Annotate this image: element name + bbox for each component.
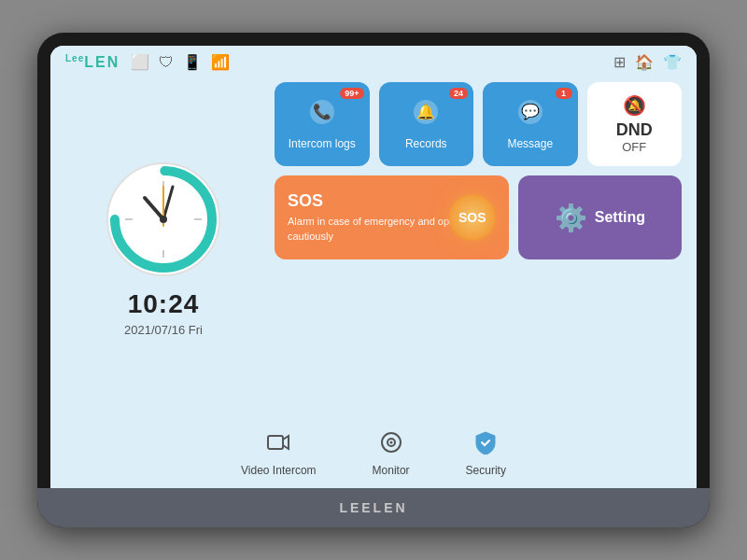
- sos-button[interactable]: SOS: [449, 194, 496, 241]
- clock-section: 10:24 2021/07/16 Fri: [65, 82, 261, 413]
- nav-monitor[interactable]: Monitor: [373, 430, 410, 477]
- dnd-label: DND: [616, 120, 653, 140]
- top-bar-left: LeeLEN ⬜ 🛡 📱 📶: [65, 53, 230, 71]
- svg-text:🔔: 🔔: [416, 103, 435, 120]
- tiles-row-2: SOS Alarm in case of emergency and opera…: [275, 175, 682, 259]
- shield-icon: 🛡: [159, 54, 174, 71]
- setting-gear-icon: ⚙️: [555, 203, 587, 233]
- message-tile[interactable]: 1 💬 Message: [483, 82, 578, 166]
- records-tile[interactable]: 24 🔔 Records: [379, 82, 474, 166]
- intercom-logs-badge: 99+: [340, 88, 363, 99]
- setting-label: Setting: [595, 209, 645, 226]
- video-intercom-label: Video Intercom: [241, 464, 317, 477]
- message-label: Message: [507, 137, 553, 150]
- main-content: 10:24 2021/07/16 Fri 99+ 📞: [50, 75, 697, 421]
- video-intercom-icon: [266, 430, 290, 460]
- svg-rect-17: [268, 436, 283, 449]
- phone-icon: 📱: [183, 53, 202, 71]
- top-icons-right: ⊞ 🏠 👕: [613, 53, 682, 71]
- svg-point-20: [389, 441, 392, 444]
- intercom-logs-icon: 📞: [309, 99, 335, 132]
- intercom-logs-tile[interactable]: 99+ 📞 Intercom logs: [275, 82, 370, 166]
- security-icon: [473, 430, 498, 460]
- clock-time: 10:24: [128, 289, 200, 319]
- tiles-section: 99+ 📞 Intercom logs 24: [275, 82, 682, 413]
- sos-tile[interactable]: SOS Alarm in case of emergency and opera…: [275, 175, 509, 259]
- svg-point-10: [160, 216, 167, 223]
- dnd-icon: 🔕: [623, 94, 646, 117]
- clock-face: [103, 159, 224, 280]
- speaker-bar: LEELEN: [37, 488, 710, 527]
- message-badge: 1: [556, 88, 572, 99]
- dnd-tile[interactable]: 🔕 DND OFF: [587, 82, 683, 166]
- nav-video-intercom[interactable]: Video Intercom: [241, 430, 317, 477]
- tiles-row-1: 99+ 📞 Intercom logs 24: [275, 82, 682, 166]
- wifi-icon: 📶: [211, 53, 230, 71]
- shirt-icon: 👕: [663, 53, 682, 71]
- records-icon: 🔔: [413, 99, 439, 132]
- nav-security[interactable]: Security: [466, 430, 506, 477]
- top-bar: LeeLEN ⬜ 🛡 📱 📶 ⊞ 🏠 👕: [50, 46, 697, 75]
- device-frame: LeeLEN ⬜ 🛡 📱 📶 ⊞ 🏠 👕: [37, 33, 710, 527]
- house-icon: 🏠: [635, 53, 654, 71]
- intercom-logs-label: Intercom logs: [289, 137, 356, 150]
- svg-text:💬: 💬: [521, 103, 540, 120]
- security-label: Security: [466, 464, 506, 477]
- svg-text:📞: 📞: [313, 103, 331, 120]
- monitor-nav-icon: [379, 430, 403, 460]
- grid-icon: ⊞: [613, 53, 626, 71]
- speaker-brand-text: LEELEN: [339, 500, 407, 515]
- screen: LeeLEN ⬜ 🛡 📱 📶 ⊞ 🏠 👕: [50, 46, 697, 488]
- sos-title: SOS: [288, 191, 323, 211]
- dnd-status: OFF: [622, 140, 646, 154]
- brand-logo: LeeLEN: [65, 53, 120, 71]
- message-icon: 💬: [517, 99, 543, 132]
- bottom-nav: Video Intercom Monitor: [50, 421, 697, 488]
- records-label: Records: [405, 137, 447, 150]
- clock-date: 2021/07/16 Fri: [124, 323, 203, 337]
- setting-tile[interactable]: ⚙️ Setting: [518, 175, 682, 259]
- records-badge: 24: [449, 88, 468, 99]
- monitor-icon: ⬜: [131, 53, 149, 71]
- monitor-label: Monitor: [373, 464, 410, 477]
- top-icons-left: ⬜ 🛡 📱 📶: [131, 53, 230, 71]
